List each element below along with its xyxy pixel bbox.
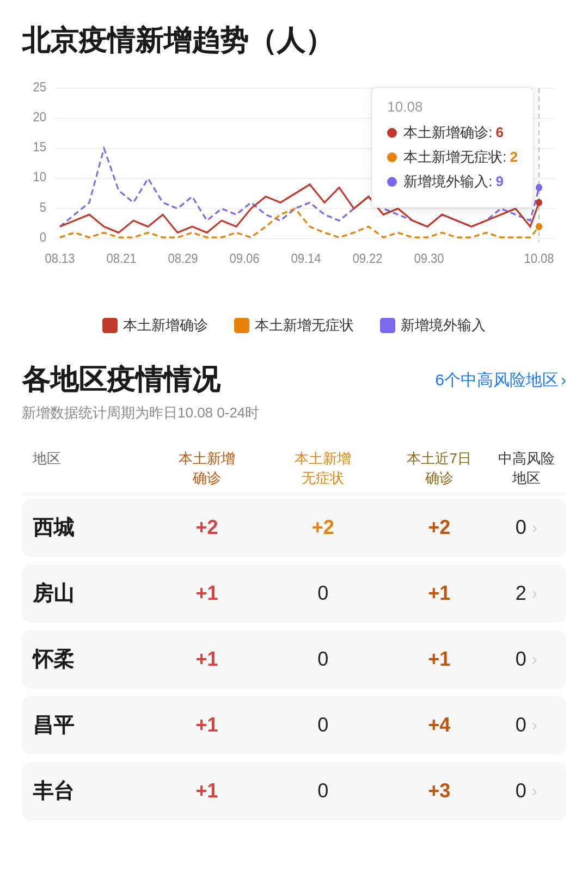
svg-text:20: 20 (33, 109, 46, 124)
chart-legend: 本土新增确诊 本土新增无症状 新增境外输入 (22, 316, 566, 335)
risk-link-text: 6个中高风险地区 (435, 369, 559, 391)
page-container: 北京疫情新增趋势（人） 25 20 15 10 5 0 08.13 (0, 0, 588, 861)
td-risk-4: 0 › (497, 779, 555, 802)
td-district-2: 怀柔 (33, 646, 149, 673)
chevron-right-icon: › (561, 371, 566, 389)
svg-text:08.13: 08.13 (45, 251, 75, 266)
chevron-icon-0: › (532, 518, 537, 537)
legend-label-imported: 新增境外输入 (401, 316, 486, 335)
table-row[interactable]: 怀柔 +1 0 +1 0 › (22, 630, 566, 689)
svg-text:10: 10 (33, 169, 46, 184)
td-asymptomatic-4: 0 (265, 779, 381, 802)
td-district-0: 西城 (33, 514, 149, 542)
district-subtitle: 新增数据统计周期为昨日10.08 0-24时 (22, 403, 566, 422)
svg-text:09.22: 09.22 (352, 251, 382, 266)
chevron-icon-3: › (532, 716, 537, 734)
legend-asymptomatic: 本土新增无症状 (234, 316, 354, 335)
td-district-1: 房山 (33, 580, 149, 607)
td-week-4: +3 (381, 779, 497, 802)
chart-section: 北京疫情新增趋势（人） 25 20 15 10 5 0 08.13 (22, 22, 566, 335)
legend-icon-asymptomatic (234, 318, 249, 333)
svg-point-23 (536, 184, 542, 191)
td-district-3: 昌平 (33, 711, 149, 739)
table-row[interactable]: 西城 +2 +2 +2 0 › (22, 499, 566, 557)
table-container: 地区 本土新增确诊 本土新增无症状 本土近7日确诊 中高风险地区 西城 +2 +… (22, 442, 566, 820)
chart-title: 北京疫情新增趋势（人） (22, 22, 566, 60)
legend-icon-imported (380, 318, 395, 333)
td-district-4: 丰台 (33, 777, 149, 805)
chevron-icon-1: › (532, 584, 537, 603)
chevron-icon-2: › (532, 650, 537, 668)
legend-confirmed: 本土新增确诊 (102, 316, 208, 335)
td-confirmed-3: +1 (149, 714, 265, 736)
th-district: 地区 (33, 449, 149, 488)
tooltip-box: 10.08 本土新增确诊: 6 本土新增无症状: 2 新增境外输入: 9 (371, 87, 534, 208)
tooltip-dot-confirmed (387, 128, 397, 138)
tooltip-value-imported: 9 (496, 173, 504, 190)
tooltip-value-asymptomatic: 2 (510, 149, 518, 165)
td-risk-3: 0 › (497, 714, 555, 736)
td-confirmed-1: +1 (149, 582, 265, 605)
svg-text:5: 5 (40, 200, 46, 214)
district-section: 各地区疫情情况 6个中高风险地区 › 新增数据统计周期为昨日10.08 0-24… (22, 361, 566, 820)
legend-icon-confirmed (102, 318, 118, 333)
tooltip-row-asymptomatic: 本土新增无症状: 2 (387, 148, 518, 167)
table-row[interactable]: 房山 +1 0 +1 2 › (22, 564, 566, 623)
td-confirmed-4: +1 (149, 779, 265, 802)
chevron-icon-4: › (532, 782, 537, 800)
td-week-2: +1 (381, 648, 497, 671)
risk-link[interactable]: 6个中高风险地区 › (435, 369, 566, 391)
td-risk-0: 0 › (497, 516, 555, 539)
tooltip-value-confirmed: 6 (496, 124, 504, 141)
tooltip-date: 10.08 (387, 99, 518, 115)
svg-text:08.29: 08.29 (168, 251, 198, 266)
td-risk-2: 0 › (497, 648, 555, 671)
district-header: 各地区疫情情况 6个中高风险地区 › (22, 361, 566, 399)
table-header: 地区 本土新增确诊 本土新增无症状 本土近7日确诊 中高风险地区 (22, 442, 566, 495)
table-row[interactable]: 丰台 +1 0 +3 0 › (22, 762, 566, 820)
td-asymptomatic-0: +2 (265, 516, 381, 539)
district-title: 各地区疫情情况 (22, 361, 220, 399)
svg-text:15: 15 (33, 139, 46, 154)
svg-text:10.08: 10.08 (524, 251, 554, 266)
th-risk: 中高风险地区 (497, 449, 555, 488)
tooltip-label-confirmed: 本土新增确诊: (403, 123, 492, 142)
td-asymptomatic-3: 0 (265, 714, 381, 736)
td-week-3: +4 (381, 714, 497, 736)
svg-point-21 (536, 199, 542, 206)
td-asymptomatic-1: 0 (265, 582, 381, 605)
tooltip-dot-imported (387, 177, 397, 187)
svg-text:0: 0 (40, 230, 46, 244)
td-week-1: +1 (381, 582, 497, 605)
tooltip-dot-asymptomatic (387, 152, 397, 162)
chart-area: 25 20 15 10 5 0 08.13 08.21 08.29 09.06 … (22, 76, 566, 305)
td-asymptomatic-2: 0 (265, 648, 381, 671)
th-confirmed: 本土新增确诊 (149, 449, 265, 488)
tooltip-row-imported: 新增境外输入: 9 (387, 172, 518, 191)
tooltip-row-confirmed: 本土新增确诊: 6 (387, 123, 518, 142)
th-week: 本土近7日确诊 (381, 449, 497, 488)
svg-text:08.21: 08.21 (106, 251, 136, 266)
td-risk-1: 2 › (497, 582, 555, 605)
tooltip-label-asymptomatic: 本土新增无症状: (403, 148, 506, 167)
svg-text:25: 25 (33, 79, 46, 94)
legend-imported: 新增境外输入 (380, 316, 486, 335)
th-asymptomatic: 本土新增无症状 (265, 449, 381, 488)
tooltip-label-imported: 新增境外输入: (403, 172, 492, 191)
legend-label-asymptomatic: 本土新增无症状 (255, 316, 354, 335)
td-confirmed-0: +2 (149, 516, 265, 539)
svg-text:09.30: 09.30 (414, 251, 444, 266)
table-row[interactable]: 昌平 +1 0 +4 0 › (22, 696, 566, 754)
svg-point-22 (536, 223, 542, 230)
td-week-0: +2 (381, 516, 497, 539)
svg-text:09.06: 09.06 (229, 251, 259, 266)
td-confirmed-2: +1 (149, 648, 265, 671)
legend-label-confirmed: 本土新增确诊 (123, 316, 208, 335)
svg-text:09.14: 09.14 (291, 251, 321, 266)
